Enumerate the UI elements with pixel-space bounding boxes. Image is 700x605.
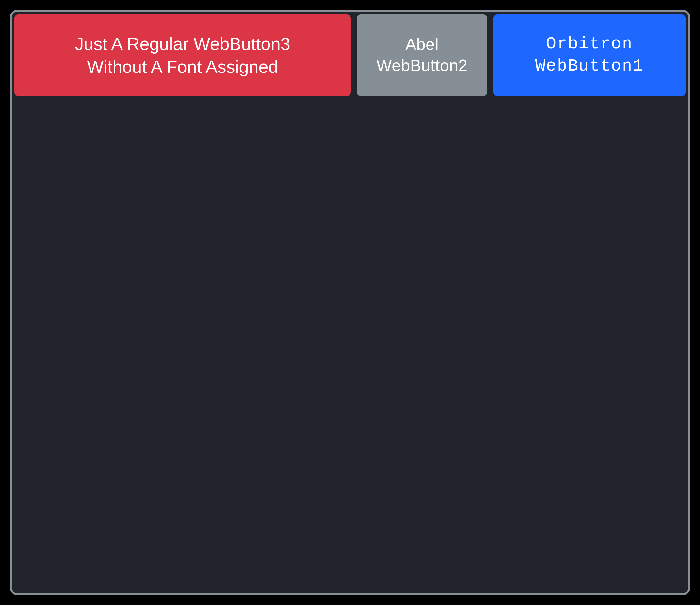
webbutton3-regular[interactable]: Just A Regular WebButton3 Without A Font… [15,15,351,96]
webbutton2-abel[interactable]: Abel WebButton2 [357,15,488,96]
webbutton1-orbitron[interactable]: Orbitron WebButton1 [493,15,685,96]
main-panel: Just A Regular WebButton3 Without A Font… [10,10,690,595]
